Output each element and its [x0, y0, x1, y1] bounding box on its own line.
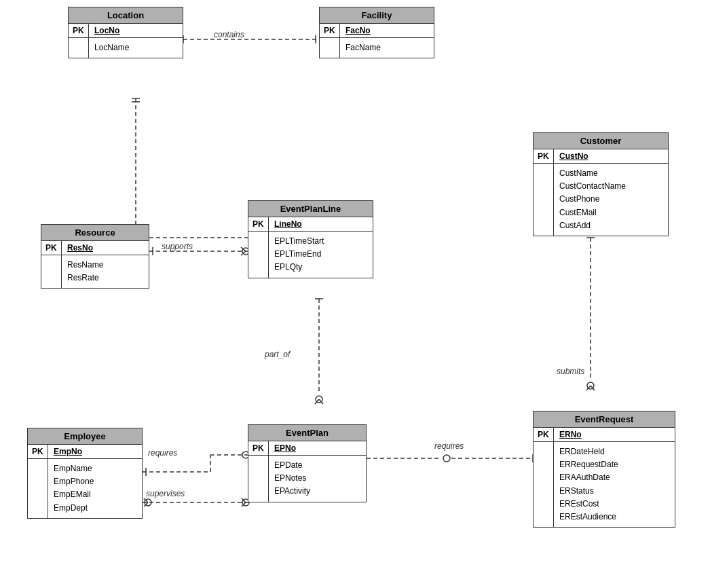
- entity-employee-pk-label: PK: [28, 445, 48, 458]
- entity-customer-pk-field: CustNo: [554, 149, 594, 163]
- entity-eventplanline-pk-field: LineNo: [269, 217, 307, 231]
- entity-resource-blank: [41, 255, 62, 288]
- entity-location: Location PK LocNo LocName: [68, 7, 183, 58]
- entity-location-attr-row: LocName: [69, 38, 183, 58]
- entity-facility-pk-field: FacNo: [340, 24, 376, 37]
- entity-eventrequest-pk-label: PK: [534, 428, 554, 441]
- svg-line-35: [242, 502, 246, 507]
- rel-requires-ep-label: requires: [434, 441, 464, 451]
- svg-line-24: [591, 386, 595, 390]
- entity-resource-attr-row: ResNameResRate: [41, 255, 149, 288]
- svg-line-14: [241, 251, 246, 255]
- entity-customer-body: PK CustNo CustNameCustContactNameCustPho…: [534, 149, 668, 236]
- entity-location-pk-row: PK LocNo: [69, 24, 183, 38]
- erd-diagram: contains supports part_of submits requir…: [0, 0, 710, 588]
- svg-line-19: [319, 399, 323, 404]
- entity-eventrequest-attrs: ERDateHeldERRequestDateERAAuthDateERStat…: [554, 442, 624, 527]
- entity-eventplan-pk-field: EPNo: [269, 441, 301, 455]
- entity-employee-attr-row: EmpNameEmpPhoneEmpEMailEmpDept: [28, 459, 142, 518]
- svg-point-17: [316, 396, 322, 403]
- entity-location-body: PK LocNo LocName: [69, 24, 183, 58]
- entity-eventplanline: EventPlanLine PK LineNo EPLTimeStartEPLT…: [248, 200, 373, 278]
- entity-eventplan-attr-row: EPDateEPNotesEPActivity: [248, 456, 366, 502]
- entity-eventrequest-pk-field: ERNo: [554, 428, 587, 441]
- entity-facility-attrs: FacName: [340, 38, 386, 58]
- svg-line-31: [144, 498, 148, 502]
- svg-line-32: [144, 502, 148, 507]
- svg-point-26: [443, 455, 450, 462]
- svg-point-30: [145, 499, 151, 506]
- entity-eventplanline-body: PK LineNo EPLTimeStartEPLTimeEndEPLQty: [248, 217, 373, 278]
- entity-eventplanline-pk-label: PK: [248, 217, 269, 231]
- entity-employee-attrs: EmpNameEmpPhoneEmpEMailEmpDept: [48, 459, 99, 518]
- entity-employee: Employee PK EmpNo EmpNameEmpPhoneEmpEMai…: [27, 428, 143, 519]
- entity-facility-body: PK FacNo FacName: [320, 24, 434, 58]
- rel-partof-label: part_of: [265, 350, 290, 359]
- entity-customer-pk-row: PK CustNo: [534, 149, 668, 164]
- svg-line-18: [315, 399, 319, 404]
- svg-line-34: [242, 498, 246, 502]
- entity-employee-pk-field: EmpNo: [48, 445, 88, 458]
- entity-customer-title: Customer: [534, 133, 668, 149]
- svg-point-22: [587, 382, 594, 389]
- entity-customer: Customer PK CustNo CustNameCustContactNa…: [533, 132, 669, 236]
- entity-eventplan-title: EventPlan: [248, 425, 366, 441]
- entity-eventplan-blank: [248, 456, 269, 502]
- entity-facility-pk-row: PK FacNo: [320, 24, 434, 38]
- entity-facility: Facility PK FacNo FacName: [319, 7, 434, 58]
- entity-employee-title: Employee: [28, 428, 142, 445]
- entity-customer-blank: [534, 164, 554, 236]
- entity-location-pk-field: LocNo: [89, 24, 125, 37]
- entity-location-blank: [69, 38, 89, 58]
- entity-resource-body: PK ResNo ResNameResRate: [41, 241, 149, 288]
- entity-employee-body: PK EmpNo EmpNameEmpPhoneEmpEMailEmpDept: [28, 445, 142, 518]
- rel-requires-res-label: requires: [148, 448, 177, 458]
- entity-employee-pk-row: PK EmpNo: [28, 445, 142, 459]
- entity-customer-attr-row: CustNameCustContactNameCustPhoneCustEMai…: [534, 164, 668, 236]
- entity-location-pk-label: PK: [69, 24, 89, 37]
- entity-location-title: Location: [69, 7, 183, 24]
- entity-eventplan-attrs: EPDateEPNotesEPActivity: [269, 456, 316, 502]
- entity-resource-pk-row: PK ResNo: [41, 241, 149, 255]
- entity-resource-attrs: ResNameResRate: [62, 255, 109, 288]
- rel-submits-label: submits: [557, 367, 584, 376]
- entity-eventplanline-pk-row: PK LineNo: [248, 217, 373, 232]
- entity-eventrequest-blank: [534, 442, 554, 527]
- entity-eventplan: EventPlan PK EPNo EPDateEPNotesEPActivit…: [248, 424, 367, 502]
- entity-eventplanline-blank: [248, 232, 269, 278]
- entity-eventplan-body: PK EPNo EPDateEPNotesEPActivity: [248, 441, 366, 502]
- entity-eventplanline-attrs: EPLTimeStartEPLTimeEndEPLQty: [269, 232, 329, 278]
- entity-facility-blank: [320, 38, 340, 58]
- entity-eventplan-pk-label: PK: [248, 441, 269, 455]
- entity-eventplanline-attr-row: EPLTimeStartEPLTimeEndEPLQty: [248, 232, 373, 278]
- entity-customer-pk-label: PK: [534, 149, 554, 163]
- entity-customer-attrs: CustNameCustContactNameCustPhoneCustEMai…: [554, 164, 631, 236]
- entity-resource-title: Resource: [41, 225, 149, 241]
- entity-eventrequest-pk-row: PK ERNo: [534, 428, 675, 442]
- entity-resource-pk-label: PK: [41, 241, 62, 255]
- entity-facility-title: Facility: [320, 7, 434, 24]
- entity-facility-attr-row: FacName: [320, 38, 434, 58]
- svg-line-13: [241, 247, 246, 251]
- entity-eventrequest-attr-row: ERDateHeldERRequestDateERAAuthDateERStat…: [534, 442, 675, 527]
- rel-supervises-label: supervises: [146, 489, 185, 498]
- entity-eventrequest: EventRequest PK ERNo ERDateHeldERRequest…: [533, 411, 675, 528]
- entity-eventrequest-body: PK ERNo ERDateHeldERRequestDateERAAuthDa…: [534, 428, 675, 527]
- entity-employee-blank: [28, 459, 48, 518]
- entity-facility-pk-label: PK: [320, 24, 340, 37]
- rel-supports-label: supports: [162, 242, 193, 251]
- entity-eventplanline-title: EventPlanLine: [248, 201, 373, 217]
- entity-eventplan-pk-row: PK EPNo: [248, 441, 366, 456]
- entity-location-attrs: LocName: [89, 38, 134, 58]
- entity-resource: Resource PK ResNo ResNameResRate: [41, 224, 149, 289]
- entity-resource-pk-field: ResNo: [62, 241, 98, 255]
- svg-line-23: [586, 386, 591, 390]
- entity-eventrequest-title: EventRequest: [534, 411, 675, 428]
- rel-contains-label: contains: [214, 30, 244, 39]
